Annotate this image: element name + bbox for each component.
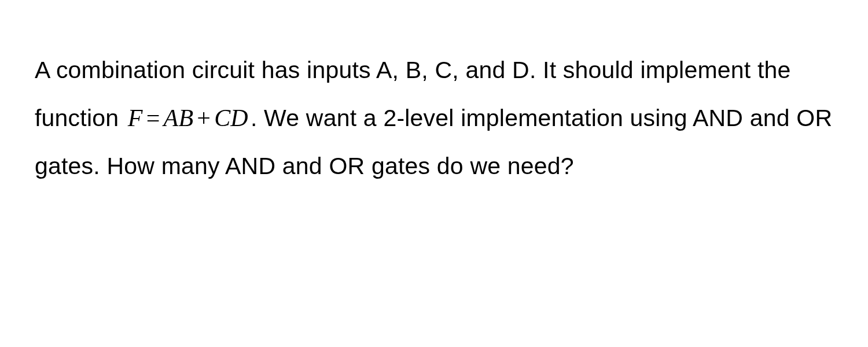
formula-plus: + bbox=[193, 105, 214, 131]
formula-rhs2: CD bbox=[214, 105, 248, 131]
formula-rhs1: AB bbox=[164, 105, 194, 131]
formula: F=AB+CD bbox=[126, 105, 251, 131]
question-text: A combination circuit has inputs A, B, C… bbox=[35, 46, 833, 190]
formula-eq: = bbox=[143, 105, 164, 131]
formula-lhs: F bbox=[128, 105, 143, 131]
